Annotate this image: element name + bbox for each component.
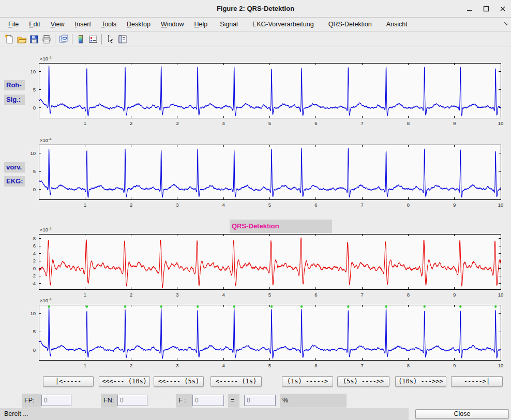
toolbar-separator (55, 34, 55, 44)
edit-plot-icon[interactable] (104, 33, 116, 45)
percent-input[interactable] (244, 395, 276, 406)
toolbar-separator (101, 34, 102, 44)
svg-text:7: 7 (360, 120, 363, 126)
svg-text:×10-4: ×10-4 (40, 297, 52, 303)
link-plot-icon[interactable] (57, 33, 70, 45)
beat-marker (270, 305, 273, 307)
svg-text:7: 7 (360, 363, 363, 368)
svg-text:2: 2 (130, 202, 132, 208)
beat-marker (347, 305, 349, 307)
svg-text:×10-4: ×10-4 (40, 137, 52, 143)
svg-text:10: 10 (498, 202, 504, 208)
preprocessed-ecg-plot: 123456789100510×10-4 (39, 145, 501, 199)
svg-text:-4: -4 (32, 281, 36, 286)
beat-marker (197, 305, 199, 307)
svg-text:6: 6 (314, 363, 317, 368)
beat-marker (300, 305, 303, 307)
status-message: Bereit ... (0, 408, 409, 420)
svg-text:5: 5 (268, 202, 271, 208)
svg-text:-2: -2 (32, 273, 36, 278)
svg-text:7: 7 (360, 202, 363, 208)
menu-item-ekg-vorverarbeitung[interactable]: EKG-Vorverarbeitung (245, 19, 321, 30)
fp-input[interactable] (41, 395, 71, 406)
insert-legend-icon[interactable] (87, 33, 99, 45)
svg-text:8: 8 (407, 202, 410, 208)
nav-fwd-10s-button[interactable]: (10s) --->>> (395, 376, 446, 387)
maximize-button[interactable] (482, 5, 490, 13)
svg-text:2: 2 (130, 363, 132, 368)
beat-marker (459, 305, 461, 307)
print-figure-icon[interactable] (40, 33, 53, 45)
svg-text:0: 0 (33, 105, 36, 111)
equals-label: = (228, 394, 239, 408)
minimize-button[interactable] (465, 5, 474, 13)
svg-text:8: 8 (407, 120, 410, 126)
raw-signal-plot-svg[interactable]: 123456789100510×10-4 (16, 55, 511, 132)
nav-back-10s-button[interactable]: <<<--- (10s) (99, 376, 150, 387)
fn-label: FN: (101, 394, 117, 408)
svg-text:0: 0 (33, 347, 36, 353)
f-label: F : (176, 394, 192, 408)
preprocessed-ecg-plot-svg[interactable]: 123456789100510×10-4 (16, 136, 511, 214)
menu-item-window[interactable]: Window (156, 19, 189, 30)
svg-text:10: 10 (498, 120, 504, 126)
beat-marker (494, 305, 497, 307)
menu-item-qrs-detektion[interactable]: QRS-Detektion (321, 19, 379, 30)
f-input[interactable] (192, 395, 224, 406)
window-title: Figure 2: QRS-Detektion (0, 0, 511, 17)
menu-item-edit[interactable]: Edit (24, 19, 46, 30)
svg-text:5: 5 (33, 329, 36, 334)
new-figure-icon[interactable] (3, 33, 16, 45)
menu-item-ansicht[interactable]: Ansicht (379, 19, 415, 30)
nav-jump-start-button[interactable]: |<----- (43, 376, 94, 387)
menu-item-help[interactable]: Help (189, 19, 213, 30)
nav-back-1s-button[interactable]: <----- (1s) (211, 376, 262, 387)
menu-item-signal[interactable]: Signal (213, 19, 245, 30)
svg-text:×10-4: ×10-4 (40, 226, 52, 232)
svg-text:1: 1 (84, 120, 86, 126)
plot-browser-icon[interactable] (116, 33, 129, 45)
svg-text:5: 5 (268, 120, 271, 126)
menu-item-view[interactable]: View (46, 19, 70, 30)
nav-fwd-5s-button[interactable]: (5s) ---->> (337, 376, 389, 387)
svg-text:8: 8 (33, 236, 36, 241)
insert-colorbar-icon[interactable] (74, 33, 87, 45)
menu-item-tools[interactable]: Tools (96, 19, 122, 30)
svg-text:10: 10 (498, 363, 504, 368)
beat-marker (86, 305, 88, 307)
svg-text:2: 2 (130, 120, 132, 126)
menu-overflow-icon[interactable]: ↘ (503, 20, 508, 27)
open-file-icon[interactable] (16, 33, 28, 45)
svg-text:×10-4: ×10-4 (40, 55, 52, 61)
fp-label: FP: (22, 394, 41, 408)
nav-back-5s-button[interactable]: <<---- (5s) (154, 376, 204, 387)
fn-input[interactable] (117, 395, 147, 406)
menu-item-file[interactable]: File (3, 19, 24, 30)
svg-text:1: 1 (84, 363, 86, 368)
nav-jump-end-button[interactable]: ----->| (451, 376, 503, 387)
figure-window: Figure 2: QRS-Detektion FileEditViewInse… (0, 0, 511, 420)
beat-marker (160, 305, 162, 307)
svg-text:0: 0 (33, 186, 36, 192)
svg-text:10: 10 (30, 69, 36, 74)
menu-item-desktop[interactable]: Desktop (122, 19, 156, 30)
svg-text:2: 2 (33, 258, 36, 263)
beat-marker (48, 305, 50, 307)
svg-text:4: 4 (222, 202, 225, 208)
menu-item-insert[interactable]: Insert (70, 19, 96, 30)
close-button[interactable]: Close (415, 409, 509, 419)
close-icon (499, 5, 506, 12)
minimize-icon (466, 5, 473, 12)
svg-text:0: 0 (33, 266, 36, 271)
close-window-button[interactable] (499, 5, 507, 13)
detected-beats-plot-svg[interactable]: 123456789100510×10-4 (16, 297, 511, 375)
nav-fwd-1s-button[interactable]: (1s) -----> (282, 376, 333, 387)
window-controls (465, 0, 507, 17)
svg-text:4: 4 (33, 251, 36, 256)
svg-text:9: 9 (453, 363, 456, 368)
save-figure-icon[interactable] (28, 33, 40, 45)
svg-text:9: 9 (453, 120, 456, 126)
svg-text:4: 4 (222, 363, 225, 368)
qrs-detection-plot-svg[interactable]: 12345678910-4-202468×10-4 (16, 226, 511, 304)
svg-text:5: 5 (268, 363, 271, 368)
